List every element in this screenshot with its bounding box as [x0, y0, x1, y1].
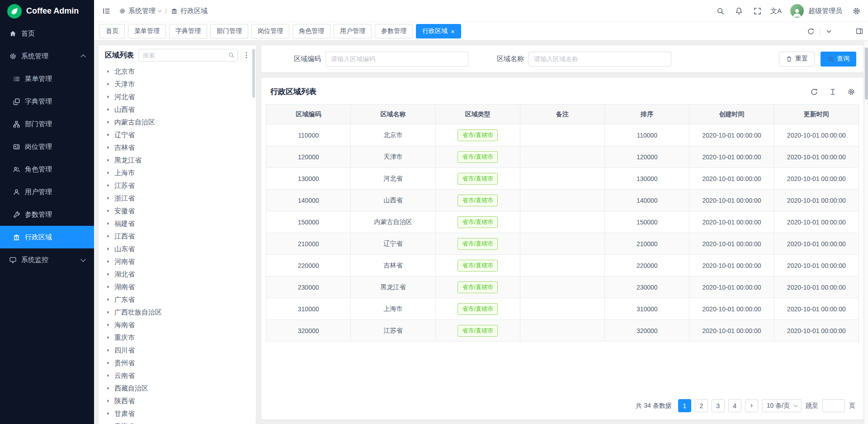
column-settings-gear-icon[interactable] [847, 88, 855, 96]
tree-item[interactable]: 西藏自治区 [99, 382, 256, 395]
tree-item[interactable]: 广东省 [99, 293, 256, 306]
search-icon[interactable] [716, 7, 725, 15]
tree-item[interactable]: 福建省 [99, 217, 256, 230]
settings-gear-icon[interactable] [852, 7, 861, 15]
tree-item[interactable]: 黑龙江省 [99, 154, 256, 167]
page-scrollbar-thumb[interactable] [865, 48, 868, 100]
tree-item[interactable]: 云南省 [99, 369, 256, 382]
table-cell-type: 省市/直辖市 [435, 320, 520, 342]
tab-item[interactable]: 行政区域 × [416, 24, 461, 38]
tree-search-input[interactable] [138, 49, 238, 62]
tree-item[interactable]: 浙江省 [99, 192, 256, 205]
sidebar-item[interactable]: 行政区域 [0, 226, 94, 248]
tree-item[interactable]: 江西省 [99, 230, 256, 243]
tree-item[interactable]: 山西省 [99, 103, 256, 116]
gear-icon [9, 52, 17, 60]
content: 区域列表 北京市 天津市 河北省 山西省 内蒙古自治区 辽宁省 吉林省 [94, 41, 868, 424]
jump-label: 跳至 [806, 402, 818, 410]
avatar[interactable] [790, 4, 804, 18]
sidebar-item[interactable]: 参数管理 [0, 203, 94, 226]
tree-item[interactable]: 河南省 [99, 255, 256, 268]
sidebar-item[interactable]: 用户管理 [0, 181, 94, 203]
tab-item[interactable]: 岗位管理 [251, 24, 289, 38]
tree-item[interactable]: 湖南省 [99, 281, 256, 293]
table-row[interactable]: 320000江苏省省市/直辖市3200002020-10-01 00:00:00… [266, 320, 859, 342]
breadcrumb-item-system[interactable]: 系统管理 [119, 7, 161, 15]
next-page-button[interactable] [745, 399, 758, 412]
tab-item[interactable]: 字典管理 [169, 24, 207, 38]
reset-button[interactable]: 重置 [779, 52, 815, 67]
bell-icon[interactable] [735, 7, 743, 15]
tab-item[interactable]: 部门管理 [210, 24, 248, 38]
table-cell-type: 省市/直辖市 [435, 190, 520, 211]
sidebar-item[interactable]: 系统管理 [0, 45, 94, 67]
table-row[interactable]: 140000山西省省市/直辖市1400002020-10-01 00:00:00… [266, 190, 859, 211]
tree-item[interactable]: 河北省 [99, 91, 256, 103]
translate-icon[interactable]: 文A [772, 7, 780, 15]
tree-item[interactable]: 上海市 [99, 167, 256, 179]
tab-item[interactable]: 用户管理 [334, 24, 372, 38]
table-row[interactable]: 230000黑龙江省省市/直辖市2300002020-10-01 00:00:0… [266, 276, 859, 298]
sidebar-item[interactable]: 字典管理 [0, 90, 94, 113]
region-name-input[interactable] [528, 52, 671, 67]
table-cell: 2020-10-01 00:00:00 [689, 146, 774, 168]
tree-item[interactable]: 陕西省 [99, 395, 256, 407]
sidebar-item[interactable]: 部门管理 [0, 113, 94, 135]
tree-item[interactable]: 天津市 [99, 78, 256, 91]
fullscreen-icon[interactable] [753, 7, 762, 15]
tree-scrollbar[interactable] [252, 49, 255, 98]
table-row[interactable]: 150000内蒙古自治区省市/直辖市1500002020-10-01 00:00… [266, 211, 859, 233]
tree-item[interactable]: 北京市 [99, 65, 256, 78]
more-options-icon[interactable] [242, 51, 250, 59]
sidebar-item-label: 系统管理 [21, 52, 48, 61]
tree-item[interactable]: 广西壮族自治区 [99, 306, 256, 319]
refresh-icon[interactable] [807, 28, 815, 35]
tree-item[interactable]: 四川省 [99, 344, 256, 357]
tab-item[interactable]: 菜单管理 [128, 24, 166, 38]
table-cell: 江苏省 [351, 320, 435, 342]
tree-item[interactable]: 吉林省 [99, 141, 256, 154]
table-cell-type: 省市/直辖市 [435, 124, 520, 146]
sidebar-item[interactable]: 菜单管理 [0, 67, 94, 90]
table-row[interactable]: 210000辽宁省省市/直辖市2100002020-10-01 00:00:00… [266, 233, 859, 255]
tab-menu-chevron-down-icon[interactable] [825, 28, 833, 35]
table-row[interactable]: 130000河北省省市/直辖市1300002020-10-01 00:00:00… [266, 168, 859, 190]
tree-item[interactable]: 贵州省 [99, 357, 256, 369]
app-logo[interactable]: Coffee Admin [0, 0, 94, 22]
tree-item[interactable]: 江苏省 [99, 179, 256, 192]
region-code-input[interactable] [326, 52, 468, 67]
density-icon[interactable] [829, 88, 837, 96]
tab-item[interactable]: 参数管理 [375, 24, 413, 38]
tree-item[interactable]: 辽宁省 [99, 129, 256, 141]
sidebar-item[interactable]: 角色管理 [0, 158, 94, 181]
refresh-icon[interactable] [810, 88, 818, 96]
page-size-select[interactable]: 10 条/页 [762, 399, 802, 412]
tab-item[interactable]: 角色管理 [292, 24, 330, 38]
tree-item[interactable]: 重庆市 [99, 331, 256, 344]
page-button[interactable]: 1 [678, 399, 691, 412]
page-button[interactable]: 3 [712, 399, 725, 412]
tree-item[interactable]: 内蒙古自治区 [99, 116, 256, 129]
collapse-menu-icon[interactable] [102, 7, 111, 15]
table-row[interactable]: 110000北京市省市/直辖市1100002020-10-01 00:00:00… [266, 124, 859, 146]
sidebar-item[interactable]: 系统监控 [0, 248, 94, 271]
table-row[interactable]: 120000天津市省市/直辖市1200002020-10-01 00:00:00… [266, 146, 859, 168]
layout-toggle-icon[interactable] [855, 27, 863, 35]
search-button[interactable]: 查询 [821, 52, 856, 67]
sidebar-item[interactable]: 岗位管理 [0, 135, 94, 158]
tab-item[interactable]: 首页 [99, 24, 125, 38]
page-button[interactable]: 4 [728, 399, 741, 412]
table-row[interactable]: 310000上海市省市/直辖市3100002020-10-01 00:00:00… [266, 298, 859, 320]
tree-item[interactable]: 湖北省 [99, 268, 256, 281]
tree-item[interactable]: 安徽省 [99, 205, 256, 217]
tree-item[interactable]: 山东省 [99, 243, 256, 255]
tree-item[interactable]: 青海省 [99, 420, 256, 424]
close-icon[interactable]: × [451, 28, 455, 35]
table-row[interactable]: 220000吉林省省市/直辖市2200002020-10-01 00:00:00… [266, 255, 859, 276]
page-button[interactable]: 2 [695, 399, 708, 412]
jump-page-input[interactable] [822, 399, 845, 412]
tree-item[interactable]: 甘肃省 [99, 407, 256, 420]
search-icon[interactable] [228, 52, 235, 58]
tree-item[interactable]: 海南省 [99, 319, 256, 331]
sidebar-item[interactable]: 首页 [0, 22, 94, 45]
